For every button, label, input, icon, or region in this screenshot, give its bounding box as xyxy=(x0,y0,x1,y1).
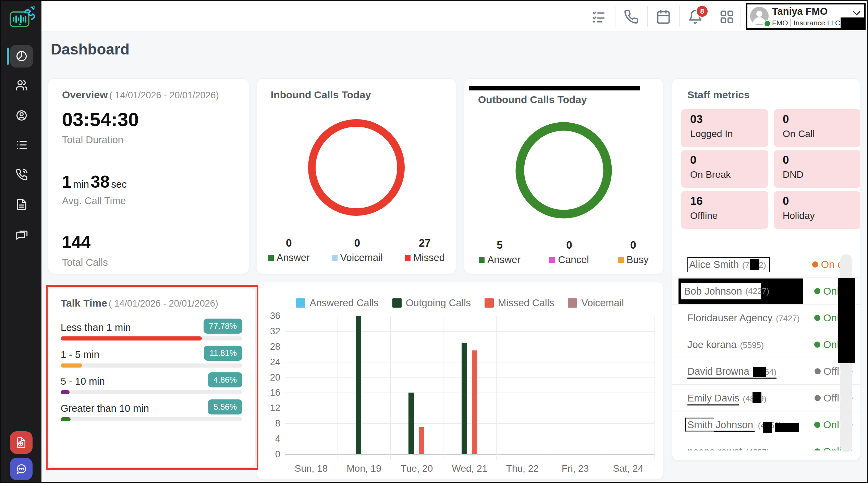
redaction-block xyxy=(469,86,640,90)
progress-track xyxy=(61,417,242,421)
header-divider xyxy=(741,6,741,27)
sidebar-item-lists[interactable] xyxy=(15,139,28,151)
sidebar-item-teams[interactable] xyxy=(15,79,28,91)
answered-calls-swatch xyxy=(296,298,305,308)
staff-row-emily[interactable]: Emily Davis(4859) Offline xyxy=(672,384,860,411)
legend-item: Missed Calls xyxy=(485,297,554,309)
tile-label: Offline xyxy=(690,210,718,221)
total-calls-label: Total Calls xyxy=(62,257,108,268)
sidebar-item-chat[interactable] xyxy=(15,228,28,240)
phone-call-icon xyxy=(15,169,28,181)
grid-line xyxy=(285,439,655,439)
tasks-button[interactable] xyxy=(591,9,607,24)
metric-tile-logged-in: 03 Logged In xyxy=(681,109,768,147)
header-divider xyxy=(711,6,711,27)
calendar-button[interactable] xyxy=(656,9,671,24)
y-axis-tick: 0 xyxy=(262,449,280,460)
top-header: 8 Taniya FMO FMO Insurance LLC xyxy=(41,1,868,32)
grid-line xyxy=(285,316,655,316)
legend-label: Busy xyxy=(626,254,648,265)
legend-item: Answered Calls xyxy=(296,297,378,309)
redaction-block xyxy=(763,422,772,433)
total-duration-value: 03:54:30 xyxy=(62,108,139,131)
cancel-swatch xyxy=(549,257,555,263)
talk-time-badge: 5.56% xyxy=(208,399,242,414)
staff-row-david[interactable]: David Browna(4064) Offline xyxy=(672,358,860,384)
apps-button[interactable] xyxy=(719,9,734,24)
dialer-button[interactable] xyxy=(624,9,639,24)
sidebar-item-agents[interactable] xyxy=(15,109,28,122)
talk-time-badge: 11.81% xyxy=(204,346,242,361)
x-axis-tick: Fri, 23 xyxy=(549,463,602,474)
grid-line xyxy=(285,408,655,408)
staff-name: Floridauser Agency xyxy=(687,312,772,323)
staff-row-floridauser[interactable]: Floridauser Agency(7427) Online xyxy=(672,304,860,331)
sidebar-item-reports[interactable] xyxy=(15,198,28,211)
legend-item: 5 Answer xyxy=(479,239,521,265)
sidebar-item-calls[interactable] xyxy=(15,169,28,181)
x-axis-tick: Thu, 22 xyxy=(496,463,549,474)
staff-name: Smith xyxy=(685,418,714,431)
grid-line xyxy=(285,393,655,393)
checklist-icon xyxy=(591,9,607,24)
y-axis-tick: 8 xyxy=(262,418,280,429)
notifications-button[interactable]: 8 xyxy=(688,9,703,24)
presence-dot xyxy=(764,20,771,27)
tile-value: 0 xyxy=(690,153,696,166)
legend-value: 5 xyxy=(479,239,521,251)
status-dot xyxy=(812,261,818,268)
tile-value: 0 xyxy=(783,113,789,126)
staff-row-smith[interactable]: SmithJohnson(4152) Online xyxy=(672,411,860,438)
users-icon xyxy=(15,79,28,91)
tile-label: On Break xyxy=(690,169,731,180)
user-profile-menu[interactable]: Taniya FMO FMO Insurance LLC xyxy=(746,3,866,30)
sidebar xyxy=(1,1,41,482)
y-axis-tick: 32 xyxy=(262,326,280,337)
metric-tile-offline: 16 Offline xyxy=(681,191,768,229)
header-divider xyxy=(615,6,615,27)
staff-row-bob[interactable]: Bob Johnson(4227) Online xyxy=(672,277,860,304)
talk-time-badge: 4.86% xyxy=(208,372,242,387)
overview-range: ( 14/01/2026 - 20/01/2026) xyxy=(109,90,219,100)
user-company: Insurance LLC xyxy=(794,19,841,27)
avg-call-time-value: 1 min 38 sec xyxy=(62,172,127,192)
support-chat-button[interactable] xyxy=(10,458,33,480)
grid-line xyxy=(443,316,443,460)
inbound-legend: 0 Answer 0 Voicemail 27 Missed xyxy=(257,237,456,263)
legend-item: Voicemail xyxy=(568,297,624,309)
calls-bar-chart-card: Answered Calls Outgoing Calls Missed Cal… xyxy=(257,282,663,479)
chevron-down-icon[interactable] xyxy=(852,8,862,18)
status-dot xyxy=(815,395,821,401)
upload-report-button[interactable] xyxy=(10,431,33,454)
legend-value: 0 xyxy=(549,239,589,251)
y-axis-tick: 28 xyxy=(262,342,280,352)
grid-line xyxy=(285,331,655,332)
legend-label: Outgoing Calls xyxy=(406,297,471,309)
x-axis-tick: Wed, 21 xyxy=(443,463,496,474)
status-dot xyxy=(814,342,820,348)
grid-line xyxy=(390,316,391,460)
staff-row-alice[interactable]: Alice Smith(7262) On call xyxy=(672,251,860,277)
inbound-title: Inbound Calls Today xyxy=(271,89,371,101)
redaction-block xyxy=(775,423,799,432)
chart-bar xyxy=(408,393,414,454)
tile-label: Logged In xyxy=(690,128,733,139)
progress-fill xyxy=(61,336,202,340)
tile-label: DND xyxy=(783,169,804,180)
tile-label: On Call xyxy=(783,128,815,139)
user-subtitle: FMO Insurance LLC xyxy=(772,19,840,27)
staff-row-joe[interactable]: Joe korana(5595) Online xyxy=(672,331,860,358)
redaction-block xyxy=(841,17,864,28)
staff-row-neena[interactable]: neena rawat(4227) Online xyxy=(672,438,860,450)
user-role: FMO xyxy=(772,19,788,27)
progress-track xyxy=(61,390,242,394)
missed-calls-swatch xyxy=(485,298,494,308)
grid-line xyxy=(285,377,655,378)
staff-name: Alice Smith xyxy=(689,259,739,270)
chart-bar xyxy=(462,343,467,454)
progress-fill xyxy=(61,390,70,394)
outbound-calls-card: Outbound Calls Today 5 Answer 0 Cancel 0… xyxy=(464,78,663,274)
dashboard-pie-icon[interactable] xyxy=(15,50,28,62)
outbound-legend: 5 Answer 0 Cancel 0 Busy xyxy=(464,239,663,265)
y-axis-tick: 16 xyxy=(262,387,280,398)
